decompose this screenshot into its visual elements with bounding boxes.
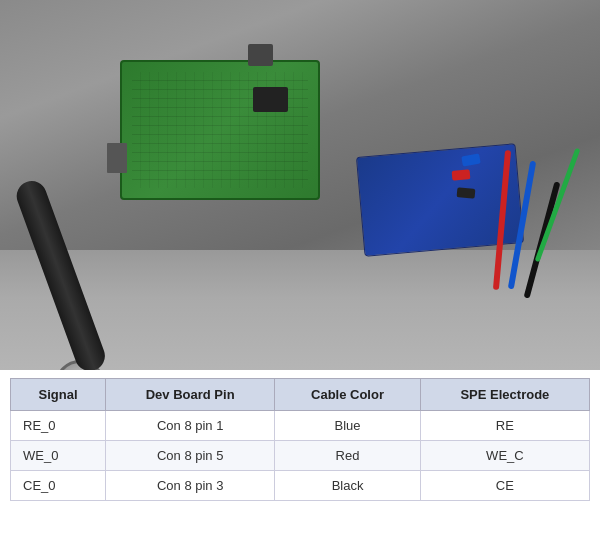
table-cell-r1-c2: Red — [275, 441, 421, 471]
table-cell-r2-c2: Black — [275, 471, 421, 501]
table-row: WE_0Con 8 pin 5RedWE_C — [11, 441, 590, 471]
table-cell-r1-c0: WE_0 — [11, 441, 106, 471]
table-cell-r0-c2: Blue — [275, 411, 421, 441]
product-photo — [0, 0, 600, 370]
col-header-spe-electrode: SPE Electrode — [420, 379, 589, 411]
table-cell-r0-c3: RE — [420, 411, 589, 441]
main-pcb — [120, 60, 320, 200]
col-header-signal: Signal — [11, 379, 106, 411]
table-cell-r0-c1: Con 8 pin 1 — [106, 411, 275, 441]
table-cell-r0-c0: RE_0 — [11, 411, 106, 441]
table-cell-r1-c3: WE_C — [420, 441, 589, 471]
connection-table-section: Signal Dev Board Pin Cable Color SPE Ele… — [0, 378, 600, 519]
table-header-row: Signal Dev Board Pin Cable Color SPE Ele… — [11, 379, 590, 411]
table-cell-r2-c0: CE_0 — [11, 471, 106, 501]
col-header-dev-board-pin: Dev Board Pin — [106, 379, 275, 411]
table-row: RE_0Con 8 pin 1BlueRE — [11, 411, 590, 441]
col-header-cable-color: Cable Color — [275, 379, 421, 411]
table-cell-r2-c3: CE — [420, 471, 589, 501]
table-cell-r1-c1: Con 8 pin 5 — [106, 441, 275, 471]
table-row: CE_0Con 8 pin 3BlackCE — [11, 471, 590, 501]
connection-table: Signal Dev Board Pin Cable Color SPE Ele… — [10, 378, 590, 501]
table-cell-r2-c1: Con 8 pin 3 — [106, 471, 275, 501]
